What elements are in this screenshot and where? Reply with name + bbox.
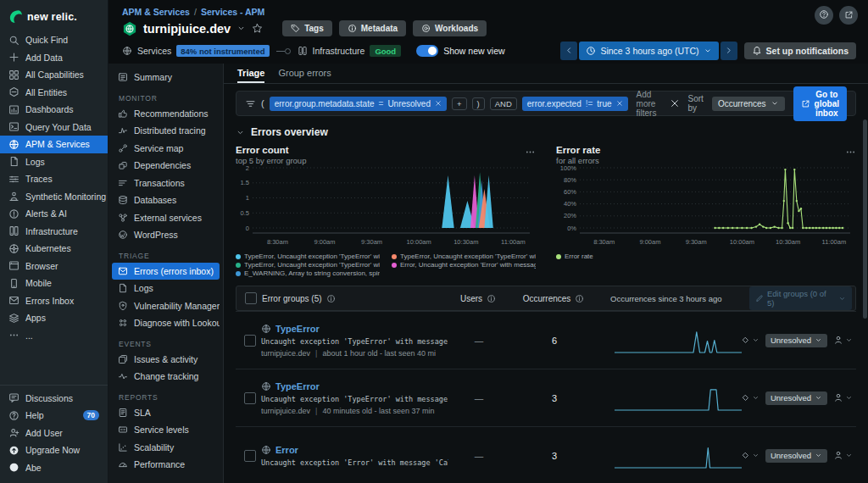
subnav-item-logs[interactable]: Logs xyxy=(112,280,220,297)
subnav-item-scalability[interactable]: Scalability xyxy=(112,439,220,457)
sidebar-item-errors-inbox[interactable]: Errors Inbox xyxy=(0,292,108,310)
subnav-item-sla[interactable]: SLA xyxy=(112,404,220,422)
remove-filter-icon[interactable] xyxy=(616,100,623,107)
tab-triage[interactable]: Triage xyxy=(237,64,264,83)
status-dropdown[interactable]: Unresolved xyxy=(765,391,827,405)
info-icon[interactable] xyxy=(326,294,336,303)
sidebar-item-all-entities[interactable]: All Entities xyxy=(0,84,108,102)
help-button[interactable] xyxy=(815,6,833,25)
collapse-chevron-icon[interactable] xyxy=(236,128,245,137)
sidebar-item-add-user[interactable]: Add User xyxy=(0,425,108,442)
legend-item-0[interactable]: TypeError, Uncaught exception 'TypeError… xyxy=(236,253,380,260)
subnav-item-databases[interactable]: Databases xyxy=(112,192,220,209)
sidebar-item-synthetic-monitoring[interactable]: Synthetic Monitoring xyxy=(0,188,108,206)
error-group-link[interactable]: TypeError xyxy=(275,381,320,391)
tab-group-errors[interactable]: Group errors xyxy=(278,64,331,83)
subnav-item-transactions[interactable]: Transactions xyxy=(112,175,220,192)
services-instrumented-badge[interactable]: 84% not instrumented xyxy=(176,45,269,57)
error-group-row-0[interactable]: TypeError Uncaught exception 'TypeError'… xyxy=(236,311,856,369)
breadcrumb-apm-services[interactable]: APM & Services xyxy=(122,7,190,17)
subnav-item-issues-activity[interactable]: Issues & activity xyxy=(112,351,220,369)
setup-notifications-button[interactable]: Set up notifications xyxy=(744,42,856,59)
row-checkbox[interactable] xyxy=(244,335,256,347)
sidebar-item-browser[interactable]: Browser xyxy=(0,258,108,275)
error-group-row-1[interactable]: TypeError Uncaught exception 'TypeError'… xyxy=(236,369,856,426)
entity-chevron-down-icon[interactable] xyxy=(236,24,246,33)
row-checkbox[interactable] xyxy=(244,392,256,404)
subnav-item-change-tracking[interactable]: Change tracking xyxy=(112,368,220,386)
and-operator[interactable]: AND xyxy=(490,97,517,110)
sidebar-item-alerts-ai[interactable]: Alerts & AI xyxy=(0,205,108,223)
error-group-link[interactable]: Error xyxy=(275,445,298,455)
infrastructure-status-badge[interactable]: Good xyxy=(370,45,401,57)
filter-chip-0[interactable]: error.group.metadata.state=Unresolved xyxy=(270,97,447,111)
chart-menu-icon[interactable] xyxy=(845,145,856,158)
subnav-item-distributed-tracing[interactable]: Distributed tracing xyxy=(112,122,220,140)
sidebar-item-more[interactable]: ... xyxy=(0,327,108,345)
time-range-dropdown[interactable]: Since 3 hours ago (UTC) xyxy=(579,42,718,60)
remove-filter-icon[interactable] xyxy=(435,100,442,107)
breadcrumb-services-apm[interactable]: Services - APM xyxy=(201,7,264,17)
legend-item-1[interactable]: TypeError, Uncaught exception 'TypeError… xyxy=(236,261,380,269)
add-condition-button[interactable]: + xyxy=(452,97,467,110)
error-group-row-2[interactable]: Error Uncaught exception 'Error' with me… xyxy=(236,426,856,483)
content-scroll-area[interactable]: Errors overview Error count top 5 by err… xyxy=(224,116,868,483)
assign-user-dropdown[interactable] xyxy=(833,448,853,464)
newrelic-logo[interactable]: new relic. xyxy=(0,7,108,31)
error-group-link[interactable]: TypeError xyxy=(275,324,320,334)
time-forward-button[interactable] xyxy=(721,42,737,60)
sidebar-item-query-your-data[interactable]: Query Your Data xyxy=(0,119,108,136)
favorite-star-icon[interactable] xyxy=(252,23,263,34)
subnav-item-recommendations[interactable]: Recommendations xyxy=(112,105,220,123)
priority-dropdown[interactable] xyxy=(741,448,760,464)
chart-menu-icon[interactable] xyxy=(525,145,536,158)
sidebar-item-traces[interactable]: Traces xyxy=(0,170,108,188)
add-filters-input[interactable]: Add more filters xyxy=(637,90,665,118)
sidebar-item-add-data[interactable]: Add Data xyxy=(0,49,108,67)
info-icon[interactable] xyxy=(487,294,496,303)
sort-dropdown[interactable]: Occurrences xyxy=(712,97,785,111)
sidebar-item-upgrade-now[interactable]: Upgrade Now xyxy=(0,441,108,459)
sidebar-item-kubernetes[interactable]: Kubernetes xyxy=(0,240,108,258)
subnav-item-diagnose-with-lookout[interactable]: Diagnose with Lookout xyxy=(112,314,220,332)
subnav-item-wordpress[interactable]: WordPress xyxy=(112,226,220,244)
time-back-button[interactable] xyxy=(560,42,577,60)
priority-dropdown[interactable] xyxy=(741,333,760,348)
sidebar-item-infrastructure[interactable]: Infrastructure xyxy=(0,223,108,241)
subnav-item-performance[interactable]: Performance xyxy=(112,456,220,474)
subnav-item-vulnerability-managem[interactable]: Vulnerability Managem... xyxy=(112,297,220,315)
tags-button[interactable]: Tags xyxy=(282,20,332,36)
assign-user-dropdown[interactable] xyxy=(833,391,853,406)
workloads-button[interactable]: Workloads xyxy=(413,20,487,36)
filter-funnel-icon[interactable] xyxy=(245,98,256,109)
sidebar-item-help[interactable]: Help70 xyxy=(0,407,108,425)
subnav-item-service-map[interactable]: Service map xyxy=(112,140,220,158)
scrollbar-thumb[interactable] xyxy=(863,119,867,319)
assign-user-dropdown[interactable] xyxy=(833,333,853,348)
subnav-item-dependencies[interactable]: Dependencies xyxy=(112,157,220,175)
sidebar-item-all-capabilities[interactable]: All Capabilities xyxy=(0,66,108,84)
permalink-button[interactable] xyxy=(839,6,858,25)
sidebar-item-abe[interactable]: Abe xyxy=(0,459,108,477)
filter-chip-1[interactable]: error.expected!=true xyxy=(522,97,628,111)
sidebar-item-discussions[interactable]: Discussions xyxy=(0,390,108,408)
legend-item-4[interactable]: Error, Uncaught exception 'Error' with m… xyxy=(392,261,536,269)
legend-item-2[interactable]: E_WARNING, Array to string conversion, s… xyxy=(236,269,380,277)
errors-overview-header[interactable]: Errors overview xyxy=(236,126,856,138)
row-checkbox[interactable] xyxy=(244,450,256,462)
select-all-checkbox[interactable] xyxy=(245,292,257,304)
subnav-item-errors-errors-inbox[interactable]: Errors (errors inbox) xyxy=(112,263,220,280)
priority-dropdown[interactable] xyxy=(741,391,760,406)
subnav-item-service-levels[interactable]: Service levels xyxy=(112,421,220,439)
sidebar-item-mobile[interactable]: Mobile xyxy=(0,275,108,292)
sidebar-item-apps[interactable]: Apps xyxy=(0,309,108,327)
show-new-view-toggle[interactable] xyxy=(416,45,438,57)
edit-groups-button[interactable]: Edit groups (0 of 5) xyxy=(749,286,852,310)
info-icon[interactable] xyxy=(575,294,584,303)
legend-item-3[interactable]: TypeError, Uncaught exception 'TypeError… xyxy=(392,253,536,260)
sidebar-item-apm-services[interactable]: APM & Services xyxy=(0,136,108,153)
sidebar-item-quick-find[interactable]: Quick Find xyxy=(0,31,108,49)
subnav-item-external-services[interactable]: External services xyxy=(112,209,220,227)
status-dropdown[interactable]: Unresolved xyxy=(765,334,827,347)
metadata-button[interactable]: Metadata xyxy=(339,20,406,36)
